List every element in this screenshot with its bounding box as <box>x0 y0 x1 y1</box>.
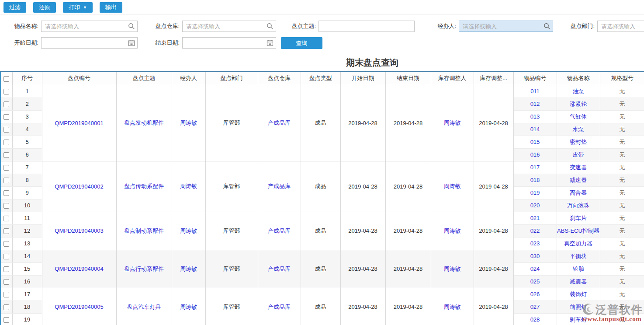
handler-link[interactable]: 周涛敏 <box>172 288 205 325</box>
calendar-icon[interactable] <box>128 39 135 46</box>
select-all-checkbox[interactable] <box>3 76 9 82</box>
row-checkbox[interactable] <box>3 266 9 272</box>
stock-adjuster-link[interactable]: 周涛敏 <box>431 250 474 288</box>
item-name-link[interactable]: 水泵 <box>557 123 600 136</box>
item-code-link[interactable]: 012 <box>513 98 557 110</box>
item-code-link[interactable]: 022 <box>513 224 557 237</box>
item-code-link[interactable]: 020 <box>513 199 557 212</box>
item-name-link[interactable]: 减速器 <box>557 174 600 186</box>
count-subject-link[interactable]: 盘点行动系配件 <box>116 250 172 288</box>
row-checkbox[interactable] <box>3 241 9 247</box>
item-name-link[interactable]: 真空加力器 <box>557 237 600 250</box>
item-code-link[interactable]: 026 <box>513 288 557 301</box>
item-name-link[interactable]: 装饰灯 <box>557 288 600 301</box>
stock-adjuster-link[interactable]: 周涛敏 <box>431 212 474 250</box>
search-button[interactable]: 查询 <box>281 37 322 49</box>
row-checkbox[interactable] <box>3 152 9 158</box>
row-checkbox[interactable] <box>3 165 9 171</box>
row-checkbox[interactable] <box>3 254 9 259</box>
start-date-input[interactable] <box>41 37 138 49</box>
handler-input[interactable] <box>459 21 553 32</box>
count-code-link[interactable]: QMPD2019040005 <box>42 288 116 325</box>
warehouse-link[interactable]: 产成品库 <box>258 250 301 288</box>
stock-adjuster-link[interactable]: 周涛敏 <box>431 288 474 325</box>
search-icon[interactable] <box>267 23 274 30</box>
item-code-link[interactable]: 024 <box>513 262 557 275</box>
count-code-link[interactable]: QMPD2019040002 <box>42 161 116 212</box>
item-name-link[interactable]: 平衡块 <box>557 250 600 262</box>
handler-link[interactable]: 周涛敏 <box>172 250 205 288</box>
item-name-link[interactable]: 轮胎 <box>557 262 600 275</box>
row-checkbox[interactable] <box>3 304 9 310</box>
row-checkbox[interactable] <box>3 279 9 285</box>
item-name-link[interactable]: 皮带 <box>557 148 600 161</box>
row-checkbox[interactable] <box>3 114 9 120</box>
row-checkbox[interactable] <box>3 190 9 196</box>
row-checkbox[interactable] <box>3 228 9 234</box>
item-code-link[interactable]: 017 <box>513 161 557 174</box>
item-name-link[interactable]: 涨紧轮 <box>557 98 600 110</box>
warehouse-link[interactable]: 产成品库 <box>258 212 301 250</box>
warehouse-link[interactable]: 产成品库 <box>258 161 301 212</box>
row-checkbox[interactable] <box>3 89 9 94</box>
handler-link[interactable]: 周涛敏 <box>172 85 205 161</box>
count-code-link[interactable]: QMPD2019040003 <box>42 212 116 250</box>
count-code-link[interactable]: QMPD2019040004 <box>42 250 116 288</box>
count-subject-link[interactable]: 盘点汽车灯具 <box>116 288 172 325</box>
row-checkbox[interactable] <box>3 317 9 323</box>
item-code-link[interactable]: 015 <box>513 136 557 148</box>
item-code-link[interactable]: 025 <box>513 275 557 288</box>
item-code-link[interactable]: 018 <box>513 174 557 186</box>
row-checkbox[interactable] <box>3 292 9 297</box>
item-name-link[interactable]: 变速器 <box>557 161 600 174</box>
search-icon[interactable] <box>128 23 135 30</box>
item-name-link[interactable]: 前照灯 <box>557 301 600 313</box>
item-name-link[interactable]: 密封垫 <box>557 136 600 148</box>
item-code-link[interactable]: 013 <box>513 110 557 123</box>
handler-link[interactable]: 周涛敏 <box>172 212 205 250</box>
item-code-link[interactable]: 011 <box>513 85 557 98</box>
item-name-link[interactable]: 离合器 <box>557 186 600 199</box>
restore-button[interactable]: 还原 <box>33 2 56 13</box>
stock-adjuster-link[interactable]: 周涛敏 <box>431 85 474 161</box>
item-code-link[interactable]: 019 <box>513 186 557 199</box>
warehouse-input[interactable] <box>182 21 276 32</box>
handler-link[interactable]: 周涛敏 <box>172 161 205 212</box>
row-checkbox[interactable] <box>3 216 9 221</box>
count-subject-link[interactable]: 盘点传动系配件 <box>116 161 172 212</box>
item-code-link[interactable]: 028 <box>513 313 557 325</box>
end-date-input[interactable] <box>182 37 276 49</box>
print-button[interactable]: 打印▼ <box>63 2 93 13</box>
export-button[interactable]: 输出 <box>100 2 122 13</box>
row-checkbox[interactable] <box>3 178 9 183</box>
item-name-input[interactable] <box>41 21 138 32</box>
item-name-link[interactable]: 气缸体 <box>557 110 600 123</box>
row-checkbox[interactable] <box>3 101 9 107</box>
filter-button[interactable]: 过滤 <box>3 2 26 13</box>
item-name-link[interactable]: 万向滚珠 <box>557 199 600 212</box>
item-name-link[interactable]: 刹车片 <box>557 212 600 224</box>
search-icon[interactable] <box>544 23 551 30</box>
item-name-link[interactable]: 油泵 <box>557 85 600 98</box>
item-name-link[interactable]: ABS-ECU控制器 <box>557 224 600 237</box>
item-name-link[interactable]: 减震器 <box>557 275 600 288</box>
item-code-link[interactable]: 030 <box>513 250 557 262</box>
item-code-link[interactable]: 027 <box>513 301 557 313</box>
item-code-link[interactable]: 016 <box>513 148 557 161</box>
calendar-icon[interactable] <box>267 39 274 46</box>
item-code-link[interactable]: 021 <box>513 212 557 224</box>
row-checkbox[interactable] <box>3 127 9 133</box>
item-name-link[interactable]: 刹车灯 <box>557 313 600 325</box>
warehouse-link[interactable]: 产成品库 <box>258 85 301 161</box>
item-code-link[interactable]: 023 <box>513 237 557 250</box>
count-code-link[interactable]: QMPD2019040001 <box>42 85 116 161</box>
department-input[interactable] <box>597 21 644 32</box>
subject-input[interactable] <box>319 21 415 32</box>
row-checkbox[interactable] <box>3 140 9 145</box>
item-code-link[interactable]: 014 <box>513 123 557 136</box>
row-checkbox[interactable] <box>3 203 9 209</box>
warehouse-link[interactable]: 产成品库 <box>258 288 301 325</box>
count-subject-link[interactable]: 盘点发动机配件 <box>116 85 172 161</box>
stock-adjuster-link[interactable]: 周涛敏 <box>431 161 474 212</box>
count-subject-link[interactable]: 盘点制动系配件 <box>116 212 172 250</box>
